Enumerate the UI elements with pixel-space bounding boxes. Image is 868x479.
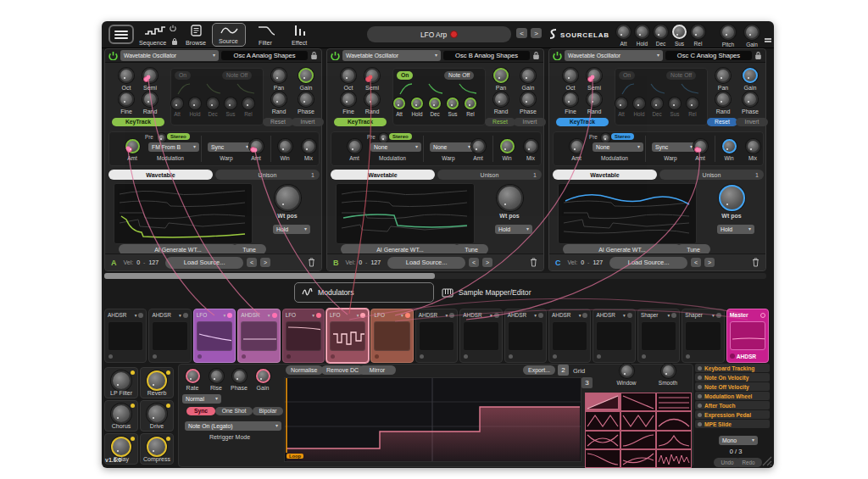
mod-slot-13[interactable]: Shaper▾ <box>637 309 680 363</box>
source-mpe-slide[interactable]: MPE Slide <box>695 420 770 428</box>
rand-knob[interactable] <box>142 92 158 107</box>
osc-type-select[interactable]: Wavetable Oscillator▾ <box>565 50 663 61</box>
source-next-button[interactable]: > <box>482 258 492 267</box>
att-knob[interactable] <box>616 25 631 39</box>
oct-knob[interactable] <box>341 68 356 83</box>
pre-knob[interactable] <box>379 133 388 142</box>
warp-amt-knob[interactable] <box>471 139 486 153</box>
mod-slot-4[interactable]: AHDSR▾ <box>237 309 280 363</box>
load-source-button[interactable]: Load Source... <box>165 257 243 269</box>
oct-knob[interactable] <box>563 68 578 83</box>
vel-max[interactable]: 127 <box>370 259 381 265</box>
env-dec-knob[interactable] <box>429 97 441 109</box>
source-note-on-velocity[interactable]: Note On Velocity <box>695 373 770 382</box>
invert-button[interactable]: Invert <box>292 118 324 126</box>
one-shot-button[interactable]: One Shot <box>215 407 253 415</box>
keytrack-button[interactable]: KeyTrack <box>334 118 387 126</box>
keytrack-button[interactable]: KeyTrack <box>556 118 609 126</box>
source-next-button[interactable]: > <box>260 258 270 267</box>
mod-slot-5[interactable]: LFO▾ <box>282 309 325 363</box>
mod-slot-1[interactable]: AHDSR▾ <box>104 309 147 363</box>
mix-knob[interactable] <box>746 139 760 153</box>
semi-knob[interactable] <box>587 68 602 83</box>
menu-button[interactable] <box>108 25 134 44</box>
modulators-button[interactable]: Modulators <box>294 282 434 303</box>
oct-knob[interactable] <box>119 68 134 83</box>
env-rel-knob[interactable] <box>242 97 254 109</box>
sync-button[interactable]: Sync <box>186 407 215 415</box>
mod-slot-7[interactable]: LFO▾ <box>370 309 413 363</box>
lfo-wave-display[interactable]: Loop <box>284 377 581 462</box>
wt-pos-knob[interactable] <box>275 185 301 211</box>
osc-scrollbar-thumb[interactable] <box>104 273 435 279</box>
wt-mode-select[interactable]: Hold▾ <box>273 225 310 234</box>
stereo-button[interactable]: Stereo <box>611 133 634 140</box>
lfo-rate-knob[interactable] <box>186 369 200 383</box>
shape-dome[interactable] <box>656 411 692 430</box>
rel-knob[interactable] <box>691 25 705 39</box>
osc-type-select[interactable]: Wavetable Oscillator▾ <box>342 50 441 61</box>
window-knob[interactable] <box>620 364 634 378</box>
mod-amt-knob[interactable] <box>348 139 362 153</box>
win-knob[interactable] <box>722 139 737 153</box>
mod-slot-3[interactable]: LFO▾ <box>193 309 236 363</box>
source-prev-button[interactable]: < <box>469 258 479 267</box>
env-att-knob[interactable] <box>393 97 405 109</box>
vel-max[interactable]: 127 <box>593 259 603 265</box>
env-dec-knob[interactable] <box>207 97 219 109</box>
hold-knob[interactable] <box>635 25 649 39</box>
tab-wavetable[interactable]: Wavetable <box>553 170 657 180</box>
env-dec-knob[interactable] <box>651 97 663 109</box>
tab-wavetable[interactable]: Wavetable <box>331 170 435 180</box>
wavetable-display[interactable] <box>114 183 253 244</box>
mod-slot-9[interactable]: AHDSR▾ <box>459 309 502 363</box>
trash-icon[interactable] <box>308 258 315 267</box>
fx-chorus[interactable]: Chorus <box>104 400 138 432</box>
lfo-rise-knob[interactable] <box>209 369 224 383</box>
vel-min[interactable]: 0 <box>136 259 140 265</box>
env-sus-knob[interactable] <box>225 97 236 109</box>
source-after-touch[interactable]: After Touch <box>695 401 770 409</box>
source-prev-button[interactable]: < <box>691 258 701 267</box>
tab-browse[interactable]: Browse <box>183 25 210 47</box>
reset-button[interactable]: Reset <box>263 118 293 126</box>
pan-rand-knob[interactable] <box>493 92 509 107</box>
smooth-knob[interactable] <box>661 364 676 378</box>
pre-knob[interactable] <box>601 133 610 142</box>
tab-source[interactable]: Source <box>212 23 246 47</box>
warp-amt-knob[interactable] <box>249 139 264 153</box>
tab-sequence[interactable]: Sequence <box>139 25 183 47</box>
osc-gain-knob[interactable] <box>743 68 758 83</box>
source-expression-pedal[interactable]: Expression Pedal <box>695 410 770 419</box>
note-off-button[interactable]: Note Off <box>444 71 474 80</box>
wt-mode-select[interactable]: Hold▾ <box>717 225 754 234</box>
tab-effect[interactable]: Effect <box>287 25 315 47</box>
sus-knob[interactable] <box>672 25 687 39</box>
mod-slot-6-selected[interactable]: LFO▾ <box>326 309 369 363</box>
remove-dc-button[interactable]: Remove DC <box>321 365 364 375</box>
lfo-phase-knob[interactable] <box>232 369 247 383</box>
vel-max[interactable]: 127 <box>148 259 159 265</box>
env-on-button[interactable]: On <box>175 71 191 80</box>
lfo-mode-select[interactable]: Normal▾ <box>182 394 221 404</box>
resize-handle[interactable] <box>760 454 772 466</box>
reset-button[interactable]: Reset <box>485 118 515 126</box>
osc-power-icon[interactable] <box>331 51 340 60</box>
mod-slot-12[interactable]: AHDSR▾ <box>593 309 635 363</box>
source-modulation-wheel[interactable]: Modulation Wheel <box>695 392 770 400</box>
export-button[interactable]: Export... <box>523 365 555 375</box>
env-sus-knob[interactable] <box>447 97 459 109</box>
source-prev-button[interactable]: < <box>247 258 257 267</box>
mod-slot-8[interactable]: AHDSR▾ <box>415 309 458 363</box>
trash-icon[interactable] <box>752 258 760 267</box>
env-rel-knob[interactable] <box>687 97 698 109</box>
shape-sine-cross[interactable] <box>585 431 620 449</box>
lock-icon[interactable] <box>532 51 540 60</box>
osc-type-select[interactable]: Wavetable Oscillator▾ <box>120 50 219 61</box>
shape-bell[interactable] <box>656 431 692 449</box>
lock-icon[interactable] <box>754 51 762 60</box>
shape-crossing[interactable] <box>620 449 656 468</box>
preset-field[interactable]: LFO Arp <box>367 26 511 42</box>
reset-button[interactable]: Reset <box>707 118 737 126</box>
shape-s-curve[interactable] <box>620 431 656 449</box>
